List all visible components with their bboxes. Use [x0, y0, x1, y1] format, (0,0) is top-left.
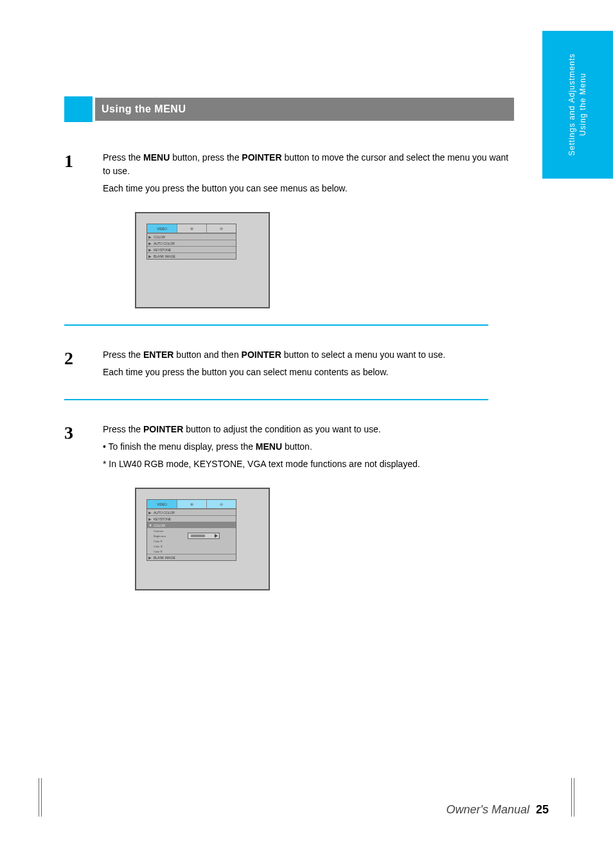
footer-label: Owner's Manual [446, 803, 529, 816]
step3-sub-bold: MENU [256, 441, 282, 452]
crop-mark-bottom-right [565, 778, 574, 817]
crop-mark-bottom-left [39, 778, 48, 817]
step-1-number: 1 [64, 151, 103, 199]
step2-bold-b: POINTER [242, 350, 281, 360]
menu2-tabs: VIDEO ⊕ ⊖ [147, 500, 236, 509]
menu1-tab-video: VIDEO [147, 224, 177, 233]
side-tab-text: Settings and Adjustments Using the Menu [567, 53, 589, 155]
menu1-row-2: KEYSTONE [154, 248, 171, 252]
menu1-row-3: BLANK IMAGE [154, 254, 175, 258]
step-3: 3 Press the POINTER button to adjust the… [64, 423, 514, 475]
menu2-row-dark: ▼COLOR [147, 522, 236, 528]
step1-text-a: Press the [103, 152, 143, 163]
step2-sub: Each time you press the button you can s… [103, 366, 514, 379]
menu2-row-top0-label: AUTO COLOR [154, 511, 175, 515]
step3-sub-a: • To finish the menu display, press the [103, 441, 256, 452]
step3-text-b: button to adjust the condition as you wa… [183, 424, 380, 434]
menu2-tab-2: ⊕ [177, 500, 206, 508]
triangle-icon: ▶ [147, 235, 154, 239]
divider-2 [64, 399, 488, 400]
menu2-tab-3: ⊖ [206, 500, 236, 508]
menu-figure-1: VIDEO ⊕ ⊛ ▶COLOR ▶AUTO COLOR ▶KEYSTONE ▶… [135, 212, 270, 308]
triangle-down-icon: ▼ [147, 524, 154, 527]
menu2-row-top0: ▶AUTO COLOR [147, 509, 236, 515]
step3-bold-a: POINTER [143, 424, 183, 434]
step-2-body: Press the ENTER button and then POINTER … [103, 348, 514, 383]
menu2-sub-2: Color R [147, 538, 236, 544]
slider-bar-icon [191, 535, 205, 537]
menu2-panel: VIDEO ⊕ ⊖ ▶AUTO COLOR ▶KEYSTONE ▼COLOR C… [147, 499, 236, 561]
menu2-slider-popup [188, 533, 220, 539]
menu1-row-1: AUTO COLOR [154, 242, 175, 245]
menu2-sub-3: Color G [147, 544, 236, 549]
menu2-row-bottom-label: BLANK IMAGE [154, 556, 175, 560]
step-2-number: 2 [64, 348, 103, 383]
menu2-row-top1: ▶KEYSTONE [147, 515, 236, 522]
step-3-number: 3 [64, 423, 103, 475]
step-1-body: Press the MENU button, press the POINTER… [103, 151, 514, 199]
step3-note: * In LW40 RGB mode, KEYSTONE, VGA text m… [103, 457, 514, 471]
triangle-icon: ▶ [147, 241, 154, 245]
triangle-icon: ▶ [147, 555, 154, 560]
section-title-bar: Using the MENU [64, 96, 514, 122]
step2-bold-a: ENTER [143, 350, 173, 360]
divider-1 [64, 324, 488, 326]
menu1-tabs: VIDEO ⊕ ⊛ [147, 224, 236, 233]
menu1-row-0: COLOR [154, 235, 165, 239]
page-footer: Owner's Manual 25 [446, 803, 549, 817]
menu1-tab-2: ⊕ [177, 224, 206, 233]
menu1-row-color: ▶COLOR [147, 233, 236, 240]
menu2-tab-video: VIDEO [147, 500, 177, 508]
step3-sub-b: button. [282, 441, 312, 452]
step-1: 1 Press the MENU button, press the POINT… [64, 151, 514, 199]
section-title: Using the MENU [95, 98, 514, 121]
slider-triangle-icon [215, 534, 218, 538]
menu1-panel: VIDEO ⊕ ⊛ ▶COLOR ▶AUTO COLOR ▶KEYSTONE ▶… [147, 224, 236, 260]
triangle-icon: ▶ [147, 254, 154, 258]
menu1-tab-3: ⊛ [206, 224, 236, 233]
menu2-darkrow-label: COLOR [154, 524, 165, 527]
menu1-row-keystone: ▶KEYSTONE [147, 246, 236, 252]
section-title-accent [64, 96, 93, 122]
menu-figure-2: VIDEO ⊕ ⊖ ▶AUTO COLOR ▶KEYSTONE ▼COLOR C… [135, 488, 270, 590]
menu1-row-blank: ▶BLANK IMAGE [147, 252, 236, 259]
step2-text-c: button to select a menu you want to use. [281, 350, 445, 360]
triangle-icon: ▶ [147, 510, 154, 515]
menu2-sub-4: Color B [147, 549, 236, 554]
step1-text-b: button, press the [170, 152, 242, 163]
step3-text-a: Press the [103, 424, 143, 434]
step1-bold-a: MENU [143, 152, 170, 163]
step1-bold-b: POINTER [242, 152, 281, 163]
triangle-icon: ▶ [147, 247, 154, 252]
menu2-row-bottom: ▶BLANK IMAGE [147, 554, 236, 560]
main-content: Using the MENU 1 Press the MENU button, … [64, 96, 514, 603]
side-tab-line2: Using the Menu [578, 73, 587, 136]
side-tab: Settings and Adjustments Using the Menu [542, 31, 613, 179]
step2-text-a: Press the [103, 350, 143, 360]
step1-sub: Each time you press the button you can s… [103, 182, 514, 195]
step-3-body: Press the POINTER button to adjust the c… [103, 423, 514, 475]
step-2: 2 Press the ENTER button and then POINTE… [64, 348, 514, 383]
menu2-row-top1-label: KEYSTONE [154, 517, 171, 521]
step2-text-b: button and then [173, 350, 241, 360]
menu1-row-autocolor: ▶AUTO COLOR [147, 240, 236, 246]
triangle-icon: ▶ [147, 517, 154, 521]
footer-page-number: 25 [536, 803, 549, 816]
side-tab-line1: Settings and Adjustments [567, 53, 576, 155]
